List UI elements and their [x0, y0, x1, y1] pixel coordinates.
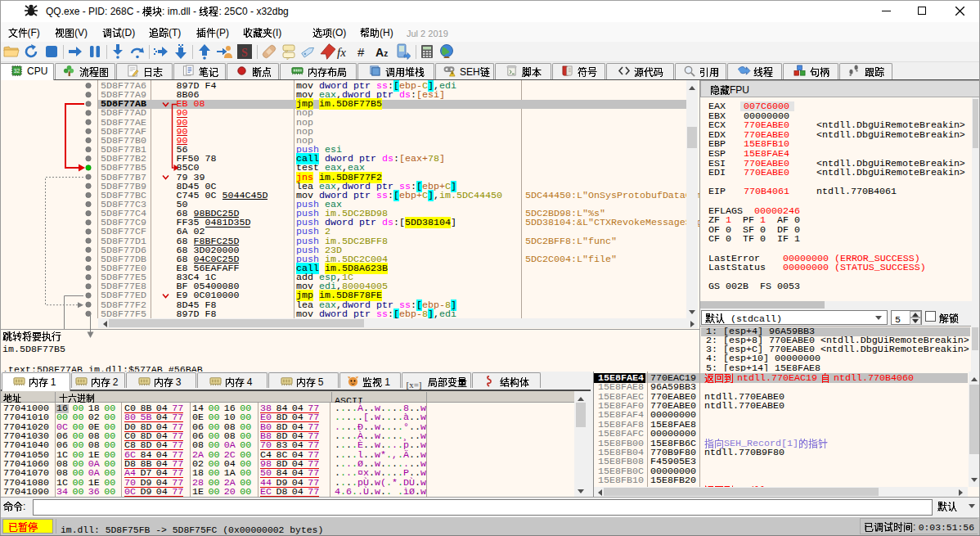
svg-text:32: 32	[14, 68, 20, 74]
svg-text:S: S	[241, 47, 248, 59]
